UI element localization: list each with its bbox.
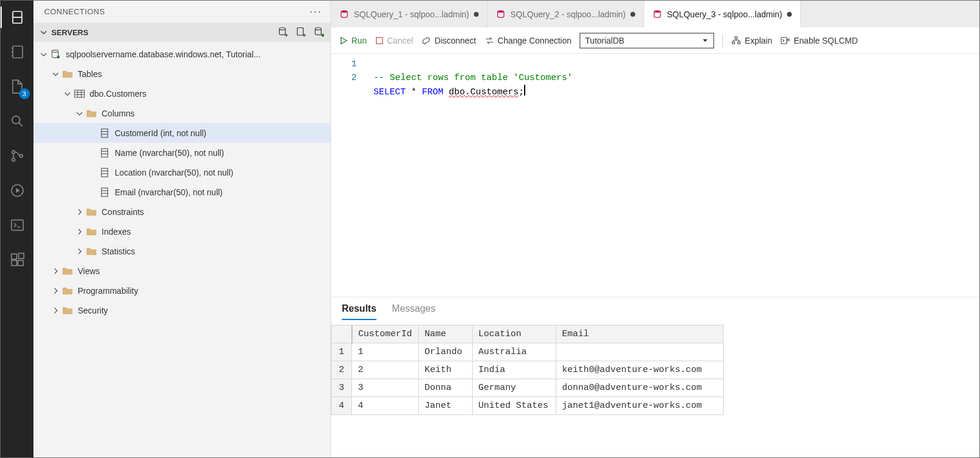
row-number: 2 bbox=[332, 361, 352, 379]
tree-server[interactable]: sqlpoolservername.database.windows.net, … bbox=[33, 44, 330, 64]
cell[interactable]: Janet bbox=[418, 397, 472, 415]
tree-table-dbo[interactable]: dbo.Customers bbox=[33, 84, 330, 103]
tab-sqlquery-2[interactable]: SQLQuery_2 - sqlpoo...ladmin) bbox=[488, 1, 644, 27]
activity-terminal[interactable] bbox=[7, 214, 28, 236]
chevron-right-icon bbox=[50, 285, 61, 296]
new-server-icon[interactable] bbox=[314, 26, 326, 38]
svg-rect-2 bbox=[13, 46, 22, 58]
code-keyword: SELECT bbox=[373, 87, 406, 97]
cancel-button[interactable]: Cancel bbox=[375, 36, 414, 45]
activity-connections[interactable] bbox=[7, 7, 28, 28]
tree-column-name[interactable]: Name (nvarchar(50), not null) bbox=[33, 143, 330, 162]
more-icon[interactable]: ··· bbox=[310, 5, 322, 18]
activity-explorer[interactable]: 3 bbox=[7, 76, 28, 97]
column-icon bbox=[98, 187, 111, 197]
new-connection-icon[interactable] bbox=[278, 26, 290, 38]
activity-run-debug[interactable] bbox=[7, 180, 28, 201]
corner-cell bbox=[332, 325, 352, 343]
change-connection-button[interactable]: Change Connection bbox=[485, 36, 572, 45]
tree-column-email[interactable]: Email (nvarchar(50), not null) bbox=[33, 182, 330, 202]
database-select[interactable]: TutorialDB bbox=[580, 33, 714, 48]
tab-messages[interactable]: Messages bbox=[392, 303, 436, 320]
cell[interactable]: 3 bbox=[352, 379, 419, 397]
tree-constraints[interactable]: Constraints bbox=[33, 202, 330, 222]
svg-rect-43 bbox=[102, 187, 108, 196]
tree-label: Programmability bbox=[78, 286, 138, 296]
svg-rect-56 bbox=[788, 39, 789, 41]
svg-point-6 bbox=[12, 116, 20, 124]
table-row[interactable]: 4 4 Janet United States janet1@adventure… bbox=[332, 397, 724, 415]
svg-rect-53 bbox=[733, 42, 735, 44]
cell[interactable]: Germany bbox=[472, 379, 556, 397]
results-grid-wrap[interactable]: CustomerId Name Location Email 1 1 Orlan… bbox=[331, 320, 979, 457]
server-tree: sqlpoolservername.database.windows.net, … bbox=[33, 42, 330, 457]
tree-tables[interactable]: Tables bbox=[33, 64, 330, 84]
cell[interactable]: India bbox=[472, 361, 556, 379]
svg-marker-49 bbox=[341, 37, 347, 44]
disconnect-button[interactable]: Disconnect bbox=[421, 36, 476, 45]
cell[interactable]: donna0@adventure-works.com bbox=[556, 379, 723, 397]
folder-icon bbox=[61, 70, 74, 78]
tree-column-customerid[interactable]: CustomerId (int, not null) bbox=[33, 123, 330, 143]
enable-sqlcmd-button[interactable]: Enable SQLCMD bbox=[780, 36, 858, 45]
header-location[interactable]: Location bbox=[472, 325, 556, 343]
activity-extensions[interactable] bbox=[7, 249, 28, 271]
code-text bbox=[443, 87, 449, 97]
cell[interactable]: Orlando bbox=[418, 343, 472, 361]
tree-programmability[interactable]: Programmability bbox=[33, 281, 330, 300]
tree-views[interactable]: Views bbox=[33, 261, 330, 281]
chevron-down-icon bbox=[38, 49, 49, 60]
cell[interactable]: Donna bbox=[418, 379, 472, 397]
tab-results[interactable]: Results bbox=[342, 303, 376, 320]
new-group-icon[interactable] bbox=[296, 26, 308, 38]
tab-sqlquery-3[interactable]: SQLQuery_3 - sqlpoo...ladmin) bbox=[644, 1, 801, 27]
cell[interactable] bbox=[556, 343, 723, 361]
tree-column-location[interactable]: Location (nvarchar(50), not null) bbox=[33, 162, 330, 182]
folder-icon bbox=[85, 208, 98, 216]
column-icon bbox=[98, 128, 111, 138]
line-number: 2 bbox=[331, 71, 357, 85]
chevron-down-icon bbox=[702, 37, 709, 44]
tab-sqlquery-1[interactable]: SQLQuery_1 - sqlpoo...ladmin) bbox=[331, 1, 488, 27]
servers-section[interactable]: SERVERS bbox=[33, 23, 330, 42]
header-name[interactable]: Name bbox=[418, 325, 472, 343]
cell[interactable]: keith0@adventure-works.com bbox=[556, 361, 723, 379]
tree-columns[interactable]: Columns bbox=[33, 103, 330, 123]
activity-notebook[interactable] bbox=[7, 41, 28, 63]
database-icon bbox=[496, 10, 506, 19]
svg-point-19 bbox=[280, 27, 286, 30]
svg-rect-52 bbox=[735, 36, 737, 38]
table-row[interactable]: 2 2 Keith India keith0@adventure-works.c… bbox=[332, 361, 724, 379]
explain-button[interactable]: Explain bbox=[731, 36, 772, 45]
chevron-right-icon bbox=[74, 246, 85, 257]
header-email[interactable]: Email bbox=[556, 325, 723, 343]
cell[interactable]: Keith bbox=[418, 361, 472, 379]
tree-statistics[interactable]: Statistics bbox=[33, 241, 330, 261]
header-customerid[interactable]: CustomerId bbox=[352, 325, 419, 343]
svg-rect-29 bbox=[75, 90, 85, 97]
tree-label: CustomerId (int, not null) bbox=[115, 128, 206, 138]
cancel-label: Cancel bbox=[387, 36, 414, 45]
cell[interactable]: 4 bbox=[352, 397, 419, 415]
cell[interactable]: Australia bbox=[472, 343, 556, 361]
activity-source-control[interactable] bbox=[7, 145, 28, 167]
svg-point-10 bbox=[20, 155, 23, 158]
tree-label: Location (nvarchar(50), not null) bbox=[115, 168, 233, 177]
cell[interactable]: 1 bbox=[352, 343, 419, 361]
line-number: 1 bbox=[331, 57, 357, 71]
tree-indexes[interactable]: Indexes bbox=[33, 222, 330, 241]
run-button[interactable]: Run bbox=[339, 36, 367, 45]
code-content[interactable]: -- Select rows from table 'Customers' SE… bbox=[364, 54, 979, 297]
cell[interactable]: United States bbox=[472, 397, 556, 415]
cell[interactable]: 2 bbox=[352, 361, 419, 379]
cell[interactable]: janet1@adventure-works.com bbox=[556, 397, 723, 415]
sql-editor[interactable]: 1 2 -- Select rows from table 'Customers… bbox=[331, 54, 979, 297]
activity-search[interactable] bbox=[7, 110, 28, 132]
table-row[interactable]: 3 3 Donna Germany donna0@adventure-works… bbox=[332, 379, 724, 397]
disconnect-label: Disconnect bbox=[434, 36, 476, 45]
files-badge: 3 bbox=[19, 88, 30, 99]
chevron-down-icon bbox=[50, 69, 61, 79]
table-row[interactable]: 1 1 Orlando Australia bbox=[332, 343, 724, 361]
tree-security[interactable]: Security bbox=[33, 300, 330, 320]
svg-rect-54 bbox=[738, 42, 740, 44]
